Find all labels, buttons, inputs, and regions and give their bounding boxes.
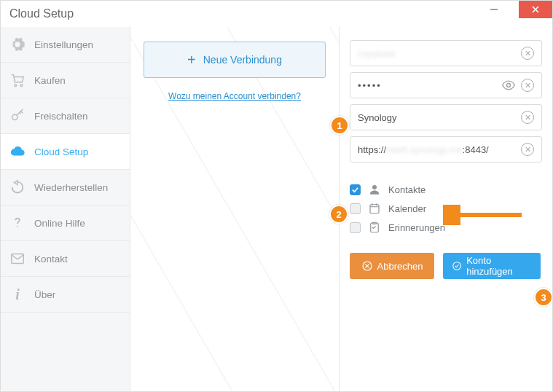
clear-icon[interactable]: ✕ bbox=[521, 47, 534, 60]
connection-panel: + Neue Verbindung Wozu meinen Account ve… bbox=[130, 27, 340, 391]
svg-point-11 bbox=[453, 262, 461, 270]
why-connect-link[interactable]: Wozu meinen Account verbinden? bbox=[144, 91, 326, 101]
sidebar-item-label: Wiederherstellen bbox=[34, 182, 108, 193]
sync-reminders-label: Erinnerungen bbox=[388, 222, 445, 233]
sync-options: Kontakte Kalender Erinnerungen bbox=[350, 180, 542, 237]
sidebar-item-buy[interactable]: Kaufen bbox=[1, 63, 130, 98]
eye-icon[interactable] bbox=[501, 79, 517, 92]
svg-point-3 bbox=[12, 114, 17, 119]
new-connection-label: Neue Verbindung bbox=[203, 54, 282, 66]
sidebar-item-contact[interactable]: Kontakt bbox=[1, 241, 130, 277]
checkbox-calendar[interactable] bbox=[350, 203, 361, 214]
close-button[interactable] bbox=[519, 1, 552, 18]
add-account-button[interactable]: Konto hinzufügen bbox=[443, 253, 541, 279]
sidebar-item-restore[interactable]: Wiederherstellen bbox=[1, 170, 130, 205]
sidebar-item-label: Freischalten bbox=[34, 111, 88, 122]
cancel-button[interactable]: Abbrechen bbox=[350, 253, 434, 279]
annotation-marker-2: 2 bbox=[329, 205, 348, 224]
username-value: copykate bbox=[358, 48, 396, 59]
url-host: beeft.synology.me bbox=[386, 144, 463, 155]
svg-rect-8 bbox=[370, 205, 379, 213]
clear-icon[interactable]: ✕ bbox=[521, 79, 534, 92]
checkbox-contacts[interactable] bbox=[350, 184, 361, 195]
sidebar-item-label: Online Hilfe bbox=[34, 218, 85, 229]
titlebar: Cloud Setup bbox=[1, 1, 552, 27]
username-field[interactable]: copykate ✕ bbox=[350, 40, 542, 66]
password-value: ••••• bbox=[358, 80, 382, 91]
annotation-marker-3: 3 bbox=[534, 288, 553, 307]
sidebar-item-help[interactable]: Online Hilfe bbox=[1, 205, 130, 241]
sync-contacts-row: Kontakte bbox=[350, 180, 542, 199]
sidebar-item-about[interactable]: i Über bbox=[1, 277, 130, 313]
svg-point-1 bbox=[15, 85, 17, 87]
gear-icon bbox=[9, 36, 26, 52]
cart-icon bbox=[9, 72, 26, 88]
sidebar-item-settings[interactable]: Einstellungen bbox=[1, 27, 130, 63]
sync-contacts-label: Kontakte bbox=[388, 184, 425, 195]
sidebar-item-cloud[interactable]: Cloud Setup bbox=[1, 134, 130, 170]
password-field[interactable]: ••••• ✕ bbox=[350, 72, 542, 98]
account-form-panel: copykate ✕ ••••• ✕ Synology ✕ https:// b… bbox=[340, 27, 552, 391]
url-field[interactable]: https:// beeft.synology.me :8443/ ✕ bbox=[350, 136, 542, 162]
form-buttons: Abbrechen Konto hinzufügen bbox=[350, 253, 542, 279]
sidebar: Einstellungen Kaufen Freischalten Cloud … bbox=[1, 27, 130, 391]
plus-icon: + bbox=[187, 52, 196, 67]
url-prefix: https:// bbox=[358, 144, 386, 155]
sidebar-item-label: Kontakt bbox=[34, 254, 68, 264]
checkbox-reminders[interactable] bbox=[350, 222, 361, 233]
sidebar-item-label: Kaufen bbox=[34, 75, 66, 86]
sidebar-item-label: Über bbox=[34, 289, 55, 300]
add-label: Konto hinzufügen bbox=[466, 255, 532, 277]
cancel-label: Abbrechen bbox=[377, 261, 423, 272]
sidebar-item-label: Einstellungen bbox=[34, 39, 93, 50]
calendar-icon bbox=[368, 202, 381, 215]
new-connection-button[interactable]: + Neue Verbindung bbox=[144, 42, 326, 78]
servicename-value: Synology bbox=[358, 112, 396, 123]
sidebar-item-label: Cloud Setup bbox=[34, 146, 88, 157]
svg-point-2 bbox=[20, 85, 23, 87]
info-icon: i bbox=[9, 286, 26, 302]
svg-point-7 bbox=[372, 185, 377, 189]
cloud-icon bbox=[9, 144, 26, 160]
question-icon bbox=[9, 215, 26, 231]
svg-point-6 bbox=[507, 84, 511, 87]
checklist-icon bbox=[368, 221, 381, 234]
sync-calendar-row: Kalender bbox=[350, 199, 542, 218]
minimize-button[interactable] bbox=[479, 1, 509, 18]
clear-icon[interactable]: ✕ bbox=[521, 111, 534, 124]
sidebar-item-unlock[interactable]: Freischalten bbox=[1, 98, 130, 134]
servicename-field[interactable]: Synology ✕ bbox=[350, 104, 542, 130]
key-icon bbox=[9, 108, 26, 124]
window-buttons bbox=[479, 1, 552, 27]
window-title: Cloud Setup bbox=[9, 7, 74, 20]
url-suffix: :8443/ bbox=[463, 144, 489, 155]
clear-icon[interactable]: ✕ bbox=[521, 143, 534, 156]
sync-reminders-row: Erinnerungen bbox=[350, 218, 542, 237]
restore-icon bbox=[9, 179, 26, 195]
svg-point-4 bbox=[17, 226, 18, 227]
person-icon bbox=[368, 183, 381, 196]
sync-calendar-label: Kalender bbox=[388, 203, 426, 214]
mail-icon bbox=[9, 251, 26, 267]
annotation-marker-1: 1 bbox=[330, 116, 349, 135]
